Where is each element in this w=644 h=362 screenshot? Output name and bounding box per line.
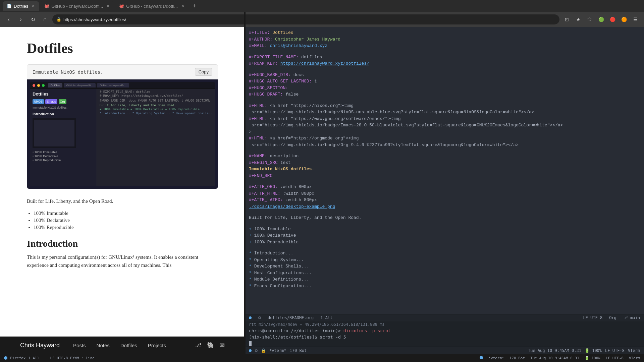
mock-tabs: Dotfiles GitHub - chayward1/... GitHub -… (48, 83, 129, 87)
scr-bullets: 100% Immutable 100% Declarative 100% Rep… (33, 150, 94, 162)
mastodon-icon[interactable]: 🐘 (207, 342, 214, 349)
extension-icon2[interactable]: 🔴 (608, 15, 617, 24)
scr-desc: Immutable NixOS dotfiles. (33, 106, 94, 109)
blank-8 (249, 245, 640, 250)
forward-button[interactable]: › (16, 15, 25, 24)
menu-icon[interactable]: ☰ (631, 15, 640, 24)
terminal-prompt-text: chris@acernitro /e/dotfiles (main)> (249, 328, 341, 333)
tab-close-icon[interactable]: ✕ (106, 4, 110, 8)
terminal-cursor-line (245, 340, 644, 347)
footer-link-posts[interactable]: Posts (73, 343, 86, 348)
os-vterm: *vterm* (488, 356, 504, 360)
org-line-begin-src: #+BEGIN_SRC text (249, 160, 640, 166)
reload-button[interactable]: ↻ (28, 15, 38, 24)
org-line-hugo-base: #+HUGO_BASE_DIR: docs (249, 72, 640, 78)
blank-1 (249, 49, 640, 54)
status-circle (258, 316, 261, 319)
tab-favicon: 🐙 (119, 4, 124, 8)
tab-label: GitHub - chayward1/dotfi... (51, 4, 103, 9)
os-bot: 170 Bot (509, 356, 525, 360)
back-button[interactable]: ‹ (4, 15, 13, 24)
panel-divider (245, 27, 246, 354)
site-footer: Chris Hayward Posts Notes Dotfiles Proje… (0, 337, 245, 354)
tab-close-icon[interactable]: ✕ (181, 4, 184, 8)
home-button[interactable]: ⌂ (40, 15, 50, 24)
mock-tab-github2: GitHub - chayward1/... (97, 83, 129, 87)
address-bar[interactable]: 🔒 https://chrishayward.xyz/dotfiles/ (52, 14, 559, 24)
browser-chrome: 📄 Dotfiles ✕ 🐙 GitHub - chayward1/dotfi.… (0, 0, 644, 27)
tab-github1[interactable]: 🐙 GitHub - chayward1/dotfi... ✕ (40, 1, 114, 11)
scr-rhs-line-6: + 100% Immutable + 100% Declarative + 10… (100, 108, 212, 111)
scr-bullet-1: 100% Immutable (33, 150, 94, 154)
site-body-text: Built for Life, Liberty, and the Open Ro… (27, 197, 218, 205)
status-mode: Org (609, 315, 616, 320)
site-content: Dotfiles Immutable NixOS dotfiles. Copy (0, 27, 245, 337)
os-datetime: Tue Aug 10 9:45AM 0.31 (530, 356, 579, 360)
footer-link-projects[interactable]: Projects (148, 343, 166, 348)
os-center: LF UTF-8 EXWM : line (50, 356, 94, 360)
terminal-rtt-line: rtt min/avg/max/mdev = 49.294/186.651/36… (245, 321, 644, 327)
blank-2 (249, 67, 640, 72)
copy-button[interactable]: Copy (195, 68, 212, 76)
new-tab-button[interactable]: + (190, 1, 199, 11)
extension-icon1[interactable]: 🟢 (596, 15, 606, 24)
editor-content[interactable]: #+TITLE: Dotfiles #+AUTHOR: Christopher … (245, 27, 644, 314)
term-status-time: Tue Aug 10 9:45AM 0.31 (528, 348, 581, 353)
term-status-dot (249, 349, 252, 352)
footer-link-dotfiles[interactable]: Dotfiles (120, 343, 137, 348)
org-line-title: #+TITLE: Dotfiles (249, 29, 640, 36)
cursor-block (249, 341, 252, 346)
org-line-export: #+EXPORT_FILE_NAME: dotfiles (249, 54, 640, 61)
url-text: https://chrishayward.xyz/dotfiles/ (63, 17, 126, 22)
blank-4 (249, 148, 640, 153)
mock-tab-github1: GitHub - chayward1/... (64, 83, 96, 87)
site-title: Dotfiles (27, 40, 218, 56)
blank-5 (249, 179, 640, 184)
snippet-box: Immutable NixOS dotfiles. Copy Dotfiles (27, 64, 218, 189)
email-icon[interactable]: ✉ (220, 342, 225, 349)
org-line-reproducible: + 100% Reproducible (249, 239, 640, 246)
tab-dotfiles[interactable]: 📄 Dotfiles ✕ (3, 1, 39, 11)
org-line-src-content: Immutable NixOS dotfiles. (249, 166, 640, 173)
mock-tab-dotfiles: Dotfiles (48, 83, 62, 87)
org-line-dev: * Development Shells... (249, 263, 640, 270)
term-status-battery: 🔋 100% (585, 348, 602, 353)
footer-nav: Posts Notes Dotfiles Projects (73, 343, 166, 348)
shield-icon[interactable]: 🛡 (585, 15, 594, 24)
scr-site-title: Dotfiles (33, 92, 94, 97)
org-line-name: #+NAME: description (249, 153, 640, 160)
nix-prompt: [nix-shell:/etc/dotfiles]$ (249, 335, 317, 340)
org-line-os: * Operating System... (249, 257, 640, 263)
bookmark-icon[interactable]: ⊡ (562, 15, 572, 24)
footer-icons: ⎇ 🐘 ✉ (195, 342, 225, 349)
snippet-header: Immutable NixOS dotfiles. Copy (27, 65, 218, 79)
term-status-encoding: LF UTF-8 (605, 348, 625, 353)
org-line-attr-org: #+ATTR_ORG: :width 800px (249, 184, 640, 190)
tab-github2[interactable]: 🐙 GitHub - chayward1/dotfi... ✕ (115, 1, 189, 11)
site-body: Built for Life, Liberty, and the Open Ro… (27, 197, 218, 269)
org-line-immutable: + 100% Immutable (249, 226, 640, 233)
editor-status-bar: dotfiles/README.org 1 All LF UTF-8 Org ⎇… (245, 314, 644, 321)
scr-rhs-line-2: # ROAM_KEY: https://chrishayward.xyz/dot… (100, 94, 212, 98)
tab-close-icon[interactable]: ✕ (32, 4, 35, 8)
org-line-attr-html: #+ATTR_HTML: :width 800px (249, 190, 640, 197)
introduction-heading: Introduction (27, 238, 218, 249)
scr-badge-org: Org (59, 99, 66, 104)
tab-label: Dotfiles (14, 4, 28, 9)
footer-link-notes[interactable]: Notes (97, 343, 110, 348)
github-icon[interactable]: ⎇ (195, 342, 202, 349)
org-line-module: * Module Definitions... (249, 276, 640, 283)
terminal-cmd: dircolors -p scrot (343, 328, 391, 333)
star-icon[interactable]: ★ (574, 15, 583, 24)
scr-badge-emacs: Emacs (45, 99, 57, 104)
terminal-status-bar: 🔒 *vterm* 170 Bot Tue Aug 10 9:45AM 0.31… (245, 347, 644, 354)
org-line-html-nixos: #+HTML: <a href="https://nixos.org"><img (249, 103, 640, 109)
os-encoding: LF UTF-8 (606, 356, 624, 360)
snippet-text: Immutable NixOS dotfiles. (33, 69, 103, 75)
scr-rhs-line-4: #HUGO_BASE_DIR: docs #HUGO_AUTO_SET_LAST… (100, 99, 212, 102)
term-status-circle (255, 349, 258, 352)
extension-icon3[interactable]: 🟠 (619, 15, 629, 24)
status-extra: ⎇ main (623, 315, 640, 320)
main-area: Dotfiles Immutable NixOS dotfiles. Copy (0, 27, 644, 354)
tab-favicon: 🐙 (44, 4, 49, 8)
